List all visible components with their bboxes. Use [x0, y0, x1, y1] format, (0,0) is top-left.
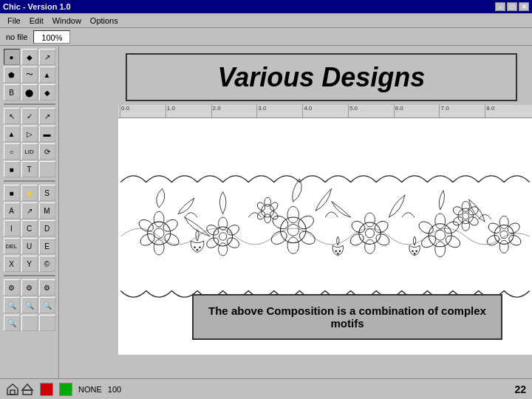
- tool-rect[interactable]: ▬: [39, 126, 55, 142]
- color-none-label: NONE: [78, 385, 102, 394]
- tool-zoom-fit[interactable]: 🔍: [39, 297, 55, 313]
- svg-point-0: [148, 222, 171, 245]
- svg-point-4: [163, 231, 181, 248]
- svg-point-41: [349, 219, 366, 234]
- separator-2: [4, 180, 55, 182]
- tool-play[interactable]: ▷: [21, 126, 38, 142]
- separator-1: [4, 103, 55, 105]
- tool-b[interactable]: B: [4, 84, 20, 100]
- svg-point-32: [199, 246, 201, 248]
- tool-zoom-in[interactable]: 🔍: [21, 297, 38, 313]
- tool-gear3[interactable]: ⚙: [39, 279, 55, 296]
- tool-e[interactable]: E: [39, 238, 55, 254]
- ruler-mark-3: 3.0: [256, 105, 302, 117]
- ruler-mark-8: 8.0: [485, 105, 531, 117]
- tool-select[interactable]: ●: [4, 49, 20, 65]
- tool-check[interactable]: ✓: [21, 108, 38, 124]
- arrow-icon-2: [21, 383, 34, 396]
- svg-point-10: [219, 217, 228, 230]
- svg-point-50: [458, 208, 474, 224]
- tool-poly[interactable]: ⬟: [4, 66, 20, 83]
- tool-u[interactable]: U: [21, 238, 38, 254]
- tool-circle[interactable]: ○: [4, 143, 20, 160]
- window-controls: - □ ✕: [495, 2, 529, 11]
- tool-curve[interactable]: 〜: [21, 66, 38, 83]
- svg-point-14: [205, 236, 220, 250]
- tool-del[interactable]: DEL: [4, 238, 20, 254]
- caption-text: The above Composition is a combination o…: [208, 304, 486, 330]
- tool-arrow[interactable]: ↗: [39, 49, 55, 65]
- left-toolbar: ● ◆ ↗ ⬟ 〜 ▲ B ⬤ ◆ ↖ ✓ ↗ ▲ ▷ ▬ ○ LID ⟳: [0, 46, 59, 399]
- design-title: Various Designs: [218, 62, 426, 93]
- maximize-button[interactable]: □: [507, 2, 517, 11]
- tool-gear1[interactable]: ⚙: [4, 279, 20, 296]
- svg-point-47: [435, 242, 446, 257]
- menu-window[interactable]: Window: [48, 15, 86, 27]
- tool-row-4: ↖ ✓ ↗: [4, 108, 55, 124]
- tool-d[interactable]: D: [39, 220, 55, 236]
- ruler-mark-2: 2.0: [211, 105, 257, 117]
- tool-ne[interactable]: ↗: [39, 108, 55, 124]
- svg-point-33: [197, 249, 199, 251]
- svg-point-43: [435, 230, 446, 240]
- svg-point-37: [372, 219, 389, 234]
- green-color-swatch[interactable]: [59, 383, 72, 396]
- menu-file[interactable]: File: [3, 15, 25, 27]
- svg-point-12: [225, 236, 241, 250]
- ruler-marks: 0.0 1.0 2.0 3.0 4.0 5.0 6.0 7.0 8.0: [118, 105, 532, 117]
- tool-text[interactable]: T: [21, 161, 38, 177]
- close-button[interactable]: ✕: [519, 2, 529, 11]
- stitch-count: 100: [108, 385, 121, 394]
- tool-tri[interactable]: ▲: [39, 66, 55, 83]
- page-number: 22: [514, 383, 526, 395]
- tool-copy[interactable]: ©: [39, 256, 55, 272]
- svg-point-69: [412, 250, 414, 253]
- ruler-mark-6: 6.0: [394, 105, 440, 117]
- tool-row-15: 🔍: [4, 315, 55, 331]
- tool-lid[interactable]: LID: [21, 143, 38, 160]
- tool-fill-tri[interactable]: ▲: [4, 126, 20, 142]
- svg-marker-73: [10, 390, 15, 395]
- tool-row-2: ⬟ 〜 ▲: [4, 66, 55, 83]
- tool-m[interactable]: M: [39, 202, 55, 219]
- tool-i[interactable]: I: [4, 220, 20, 236]
- menu-options[interactable]: Options: [86, 15, 123, 27]
- tool-gem[interactable]: ◆: [39, 84, 55, 100]
- tool-row-11: DEL U E: [4, 238, 55, 254]
- svg-rect-74: [23, 390, 32, 395]
- red-color-swatch[interactable]: [40, 383, 53, 396]
- main-layout: ● ◆ ↗ ⬟ 〜 ▲ B ⬤ ◆ ↖ ✓ ↗ ▲ ▷ ▬ ○ LID ⟳: [0, 46, 532, 399]
- tool-row-9: A ↗ M: [4, 202, 55, 219]
- tool-s[interactable]: S: [39, 185, 55, 201]
- svg-point-71: [414, 253, 416, 255]
- svg-point-21: [287, 237, 299, 253]
- tool-c[interactable]: C: [21, 220, 38, 236]
- tool-oval[interactable]: ⬤: [21, 84, 38, 100]
- arrow-icon-1: [6, 383, 19, 396]
- svg-point-52: [462, 201, 469, 211]
- tool-x[interactable]: X: [4, 256, 20, 272]
- tool-y[interactable]: Y: [21, 256, 38, 272]
- tool-search[interactable]: 🔍: [4, 315, 20, 331]
- svg-point-5: [154, 239, 164, 255]
- svg-point-31: [194, 246, 196, 248]
- svg-point-70: [415, 250, 417, 253]
- tool-bolt[interactable]: ⚡: [21, 185, 38, 201]
- ruler-mark-0: 0.0: [120, 105, 166, 117]
- svg-marker-72: [7, 384, 18, 395]
- svg-point-17: [287, 225, 299, 236]
- tool-rotate[interactable]: ⟳: [39, 143, 55, 160]
- tool-sq-fill[interactable]: ■: [4, 185, 20, 201]
- tool-zoom-out[interactable]: 🔍: [4, 297, 20, 313]
- tool-a[interactable]: A: [4, 202, 20, 219]
- tool-cursor[interactable]: ↗: [21, 202, 38, 219]
- tool-row-14: 🔍 🔍 🔍: [4, 297, 55, 313]
- menu-edit[interactable]: Edit: [25, 15, 48, 27]
- tool-diamond[interactable]: ◆: [21, 49, 38, 65]
- svg-point-49: [417, 219, 435, 236]
- tool-fill[interactable]: ■: [4, 161, 20, 177]
- svg-point-27: [256, 210, 266, 221]
- minimize-button[interactable]: -: [495, 2, 505, 11]
- tool-nw[interactable]: ↖: [4, 108, 20, 124]
- tool-gear2[interactable]: ⚙: [21, 279, 38, 296]
